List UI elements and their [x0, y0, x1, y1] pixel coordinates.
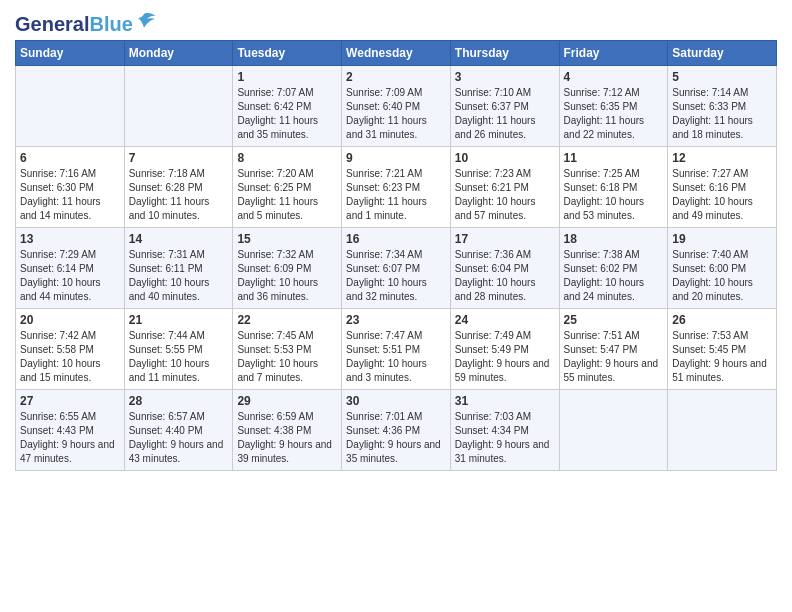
- day-number: 23: [346, 313, 446, 327]
- header-friday: Friday: [559, 41, 668, 66]
- calendar-cell: 30Sunrise: 7:01 AMSunset: 4:36 PMDayligh…: [342, 390, 451, 471]
- day-info: Sunrise: 7:10 AMSunset: 6:37 PMDaylight:…: [455, 86, 555, 142]
- day-number: 2: [346, 70, 446, 84]
- calendar-cell: 19Sunrise: 7:40 AMSunset: 6:00 PMDayligh…: [668, 228, 777, 309]
- day-number: 20: [20, 313, 120, 327]
- calendar-table: SundayMondayTuesdayWednesdayThursdayFrid…: [15, 40, 777, 471]
- day-number: 13: [20, 232, 120, 246]
- calendar-cell: 25Sunrise: 7:51 AMSunset: 5:47 PMDayligh…: [559, 309, 668, 390]
- day-number: 25: [564, 313, 664, 327]
- day-info: Sunrise: 7:01 AMSunset: 4:36 PMDaylight:…: [346, 410, 446, 466]
- calendar-cell: 29Sunrise: 6:59 AMSunset: 4:38 PMDayligh…: [233, 390, 342, 471]
- calendar-cell: 14Sunrise: 7:31 AMSunset: 6:11 PMDayligh…: [124, 228, 233, 309]
- day-info: Sunrise: 7:16 AMSunset: 6:30 PMDaylight:…: [20, 167, 120, 223]
- day-number: 14: [129, 232, 229, 246]
- logo-text: GeneralBlue: [15, 14, 133, 34]
- day-info: Sunrise: 7:25 AMSunset: 6:18 PMDaylight:…: [564, 167, 664, 223]
- day-info: Sunrise: 7:14 AMSunset: 6:33 PMDaylight:…: [672, 86, 772, 142]
- calendar-cell: 10Sunrise: 7:23 AMSunset: 6:21 PMDayligh…: [450, 147, 559, 228]
- day-info: Sunrise: 7:47 AMSunset: 5:51 PMDaylight:…: [346, 329, 446, 385]
- day-info: Sunrise: 7:49 AMSunset: 5:49 PMDaylight:…: [455, 329, 555, 385]
- calendar-cell: 16Sunrise: 7:34 AMSunset: 6:07 PMDayligh…: [342, 228, 451, 309]
- day-number: 6: [20, 151, 120, 165]
- calendar-cell: 2Sunrise: 7:09 AMSunset: 6:40 PMDaylight…: [342, 66, 451, 147]
- day-number: 1: [237, 70, 337, 84]
- calendar-week-row: 1Sunrise: 7:07 AMSunset: 6:42 PMDaylight…: [16, 66, 777, 147]
- calendar-cell: 20Sunrise: 7:42 AMSunset: 5:58 PMDayligh…: [16, 309, 125, 390]
- header-monday: Monday: [124, 41, 233, 66]
- day-number: 10: [455, 151, 555, 165]
- calendar-week-row: 13Sunrise: 7:29 AMSunset: 6:14 PMDayligh…: [16, 228, 777, 309]
- calendar-cell: 28Sunrise: 6:57 AMSunset: 4:40 PMDayligh…: [124, 390, 233, 471]
- calendar-cell: 6Sunrise: 7:16 AMSunset: 6:30 PMDaylight…: [16, 147, 125, 228]
- calendar-cell: 4Sunrise: 7:12 AMSunset: 6:35 PMDaylight…: [559, 66, 668, 147]
- calendar-cell: 11Sunrise: 7:25 AMSunset: 6:18 PMDayligh…: [559, 147, 668, 228]
- page-header: GeneralBlue: [15, 10, 777, 34]
- calendar-week-row: 6Sunrise: 7:16 AMSunset: 6:30 PMDaylight…: [16, 147, 777, 228]
- day-info: Sunrise: 7:32 AMSunset: 6:09 PMDaylight:…: [237, 248, 337, 304]
- header-tuesday: Tuesday: [233, 41, 342, 66]
- calendar-header-row: SundayMondayTuesdayWednesdayThursdayFrid…: [16, 41, 777, 66]
- day-number: 30: [346, 394, 446, 408]
- day-info: Sunrise: 7:29 AMSunset: 6:14 PMDaylight:…: [20, 248, 120, 304]
- day-info: Sunrise: 6:55 AMSunset: 4:43 PMDaylight:…: [20, 410, 120, 466]
- day-info: Sunrise: 7:31 AMSunset: 6:11 PMDaylight:…: [129, 248, 229, 304]
- day-number: 4: [564, 70, 664, 84]
- calendar-cell: 17Sunrise: 7:36 AMSunset: 6:04 PMDayligh…: [450, 228, 559, 309]
- day-info: Sunrise: 7:51 AMSunset: 5:47 PMDaylight:…: [564, 329, 664, 385]
- day-number: 19: [672, 232, 772, 246]
- day-info: Sunrise: 7:03 AMSunset: 4:34 PMDaylight:…: [455, 410, 555, 466]
- calendar-cell: 13Sunrise: 7:29 AMSunset: 6:14 PMDayligh…: [16, 228, 125, 309]
- calendar-cell: 21Sunrise: 7:44 AMSunset: 5:55 PMDayligh…: [124, 309, 233, 390]
- calendar-cell: 9Sunrise: 7:21 AMSunset: 6:23 PMDaylight…: [342, 147, 451, 228]
- calendar-cell: 7Sunrise: 7:18 AMSunset: 6:28 PMDaylight…: [124, 147, 233, 228]
- calendar-cell: [668, 390, 777, 471]
- calendar-cell: 1Sunrise: 7:07 AMSunset: 6:42 PMDaylight…: [233, 66, 342, 147]
- calendar-cell: 15Sunrise: 7:32 AMSunset: 6:09 PMDayligh…: [233, 228, 342, 309]
- calendar-cell: 5Sunrise: 7:14 AMSunset: 6:33 PMDaylight…: [668, 66, 777, 147]
- header-wednesday: Wednesday: [342, 41, 451, 66]
- calendar-cell: 8Sunrise: 7:20 AMSunset: 6:25 PMDaylight…: [233, 147, 342, 228]
- calendar-cell: [559, 390, 668, 471]
- calendar-cell: 23Sunrise: 7:47 AMSunset: 5:51 PMDayligh…: [342, 309, 451, 390]
- day-info: Sunrise: 7:44 AMSunset: 5:55 PMDaylight:…: [129, 329, 229, 385]
- calendar-cell: [124, 66, 233, 147]
- day-info: Sunrise: 7:53 AMSunset: 5:45 PMDaylight:…: [672, 329, 772, 385]
- day-number: 21: [129, 313, 229, 327]
- calendar-cell: [16, 66, 125, 147]
- calendar-week-row: 27Sunrise: 6:55 AMSunset: 4:43 PMDayligh…: [16, 390, 777, 471]
- day-info: Sunrise: 7:07 AMSunset: 6:42 PMDaylight:…: [237, 86, 337, 142]
- calendar-cell: 22Sunrise: 7:45 AMSunset: 5:53 PMDayligh…: [233, 309, 342, 390]
- logo-bird-icon: [136, 12, 158, 32]
- day-number: 28: [129, 394, 229, 408]
- day-info: Sunrise: 7:21 AMSunset: 6:23 PMDaylight:…: [346, 167, 446, 223]
- day-info: Sunrise: 7:09 AMSunset: 6:40 PMDaylight:…: [346, 86, 446, 142]
- header-saturday: Saturday: [668, 41, 777, 66]
- day-number: 3: [455, 70, 555, 84]
- day-number: 22: [237, 313, 337, 327]
- day-number: 24: [455, 313, 555, 327]
- day-number: 18: [564, 232, 664, 246]
- day-number: 7: [129, 151, 229, 165]
- day-info: Sunrise: 7:27 AMSunset: 6:16 PMDaylight:…: [672, 167, 772, 223]
- day-number: 26: [672, 313, 772, 327]
- header-thursday: Thursday: [450, 41, 559, 66]
- calendar-cell: 3Sunrise: 7:10 AMSunset: 6:37 PMDaylight…: [450, 66, 559, 147]
- calendar-cell: 31Sunrise: 7:03 AMSunset: 4:34 PMDayligh…: [450, 390, 559, 471]
- day-info: Sunrise: 6:57 AMSunset: 4:40 PMDaylight:…: [129, 410, 229, 466]
- day-number: 15: [237, 232, 337, 246]
- calendar-cell: 12Sunrise: 7:27 AMSunset: 6:16 PMDayligh…: [668, 147, 777, 228]
- day-info: Sunrise: 7:45 AMSunset: 5:53 PMDaylight:…: [237, 329, 337, 385]
- day-number: 9: [346, 151, 446, 165]
- day-info: Sunrise: 6:59 AMSunset: 4:38 PMDaylight:…: [237, 410, 337, 466]
- day-info: Sunrise: 7:12 AMSunset: 6:35 PMDaylight:…: [564, 86, 664, 142]
- day-info: Sunrise: 7:42 AMSunset: 5:58 PMDaylight:…: [20, 329, 120, 385]
- day-info: Sunrise: 7:36 AMSunset: 6:04 PMDaylight:…: [455, 248, 555, 304]
- day-info: Sunrise: 7:38 AMSunset: 6:02 PMDaylight:…: [564, 248, 664, 304]
- calendar-cell: 27Sunrise: 6:55 AMSunset: 4:43 PMDayligh…: [16, 390, 125, 471]
- day-number: 16: [346, 232, 446, 246]
- day-number: 31: [455, 394, 555, 408]
- day-info: Sunrise: 7:40 AMSunset: 6:00 PMDaylight:…: [672, 248, 772, 304]
- header-sunday: Sunday: [16, 41, 125, 66]
- day-number: 8: [237, 151, 337, 165]
